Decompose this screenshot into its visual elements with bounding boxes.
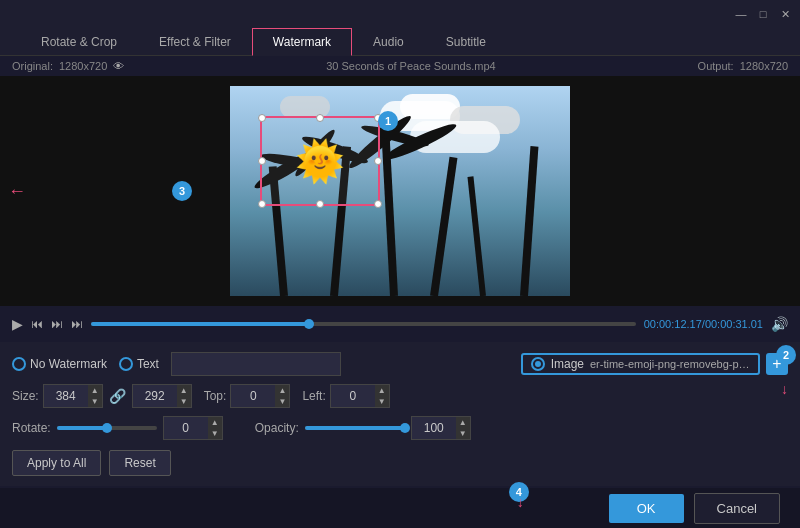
- resize-handle-tl[interactable]: [258, 114, 266, 122]
- timeline-bar[interactable]: [91, 322, 636, 326]
- info-bar: Original: 1280x720 👁 30 Seconds of Peace…: [0, 56, 800, 76]
- volume-icon[interactable]: 🔊: [771, 316, 788, 332]
- arrow-down-2: ↓: [781, 381, 788, 397]
- image-radio[interactable]: [531, 357, 545, 371]
- rotate-slider-thumb[interactable]: [102, 423, 112, 433]
- preview-area: ←: [0, 76, 800, 306]
- maximize-button[interactable]: □: [756, 7, 770, 21]
- opacity-group: Opacity: ▲ ▼: [255, 416, 471, 440]
- left-label: Left:: [302, 389, 325, 403]
- tab-audio[interactable]: Audio: [352, 28, 425, 56]
- top-input-wrap: ▲ ▼: [230, 384, 290, 408]
- rotate-input-wrap: ▲ ▼: [163, 416, 223, 440]
- rotate-down-btn[interactable]: ▼: [208, 428, 222, 439]
- opacity-up-btn[interactable]: ▲: [456, 417, 470, 428]
- play-button[interactable]: ▶: [12, 316, 23, 332]
- rotate-input[interactable]: [164, 417, 208, 439]
- original-size: 1280x720: [59, 60, 107, 72]
- size-label: Size:: [12, 389, 39, 403]
- resize-handle-br[interactable]: [374, 200, 382, 208]
- size-w-up-btn[interactable]: ▲: [88, 385, 102, 396]
- left-input[interactable]: [331, 385, 375, 407]
- top-label: Top:: [204, 389, 227, 403]
- timeline-progress: [91, 322, 309, 326]
- image-label: Image: [551, 357, 584, 371]
- opacity-down-btn[interactable]: ▼: [456, 428, 470, 439]
- output-label: Output:: [698, 60, 734, 72]
- next-button[interactable]: ⏭: [71, 317, 83, 331]
- resize-handle-ml[interactable]: [258, 157, 266, 165]
- arrow-down-4: ↓: [517, 494, 524, 510]
- text-input[interactable]: [171, 352, 341, 376]
- size-height-input[interactable]: [133, 385, 177, 407]
- no-watermark-radio[interactable]: [12, 357, 26, 371]
- opacity-label: Opacity:: [255, 421, 299, 435]
- tab-watermark[interactable]: Watermark: [252, 28, 352, 56]
- size-h-up-btn[interactable]: ▲: [177, 385, 191, 396]
- opacity-slider[interactable]: [305, 426, 405, 430]
- timeline-time: 00:00:12.17/00:00:31.01: [644, 318, 763, 330]
- size-height-input-wrap: ▲ ▼: [132, 384, 192, 408]
- resize-handle-bl[interactable]: [258, 200, 266, 208]
- opacity-input[interactable]: [412, 417, 456, 439]
- top-down-btn[interactable]: ▼: [275, 396, 289, 407]
- size-width-input-wrap: ▲ ▼: [43, 384, 103, 408]
- no-watermark-option[interactable]: No Watermark: [12, 357, 107, 371]
- size-width-input[interactable]: [44, 385, 88, 407]
- left-up-btn[interactable]: ▲: [375, 385, 389, 396]
- top-up-btn[interactable]: ▲: [275, 385, 289, 396]
- timeline-thumb[interactable]: [304, 319, 314, 329]
- top-group: Top: ▲ ▼: [204, 384, 291, 408]
- watermark-emoji: 🌞: [295, 138, 345, 185]
- text-radio[interactable]: [119, 357, 133, 371]
- rotate-group: Rotate: ▲ ▼: [12, 416, 223, 440]
- apply-to-all-button[interactable]: Apply to All: [12, 450, 101, 476]
- timeline: ▶ ⏮ ⏭ ⏭ 00:00:12.17/00:00:31.01 🔊: [0, 306, 800, 342]
- tab-effect-filter[interactable]: Effect & Filter: [138, 28, 252, 56]
- rewind-button[interactable]: ⏮: [31, 317, 43, 331]
- opacity-slider-thumb[interactable]: [400, 423, 410, 433]
- watermark-type-row: No Watermark Text 2 ↓ Image er-time-emoj…: [12, 352, 788, 376]
- close-button[interactable]: ✕: [778, 7, 792, 21]
- controls-panel: No Watermark Text 2 ↓ Image er-time-emoj…: [0, 342, 800, 486]
- footer: 4 ↓ OK Cancel: [0, 488, 800, 528]
- link-icon[interactable]: 🔗: [109, 388, 126, 404]
- eye-icon[interactable]: 👁: [113, 60, 124, 72]
- left-input-wrap: ▲ ▼: [330, 384, 390, 408]
- left-group: Left: ▲ ▼: [302, 384, 389, 408]
- ok-button[interactable]: OK: [609, 494, 684, 523]
- opacity-input-wrap: ▲ ▼: [411, 416, 471, 440]
- output-size: 1280x720: [740, 60, 788, 72]
- size-group: Size: ▲ ▼ 🔗 ▲ ▼: [12, 384, 192, 408]
- badge-2: 2: [776, 345, 796, 365]
- filename: 30 Seconds of Peace Sounds.mp4: [326, 60, 495, 72]
- text-label: Text: [137, 357, 159, 371]
- rotate-up-btn[interactable]: ▲: [208, 417, 222, 428]
- resize-handle-tm[interactable]: [316, 114, 324, 122]
- text-option[interactable]: Text: [119, 357, 159, 371]
- no-watermark-label: No Watermark: [30, 357, 107, 371]
- watermark-selection-box[interactable]: 🌞: [260, 116, 380, 206]
- size-h-down-btn[interactable]: ▼: [177, 396, 191, 407]
- video-frame: 🌞 1: [230, 86, 570, 296]
- left-down-btn[interactable]: ▼: [375, 396, 389, 407]
- badge-1: 1: [378, 111, 398, 131]
- badge-3: 3: [172, 181, 192, 201]
- cancel-button[interactable]: Cancel: [694, 493, 780, 524]
- rotate-slider[interactable]: [57, 426, 157, 430]
- reset-button[interactable]: Reset: [109, 450, 170, 476]
- resize-handle-mr[interactable]: [374, 157, 382, 165]
- top-input[interactable]: [231, 385, 275, 407]
- tab-subtitle[interactable]: Subtitle: [425, 28, 507, 56]
- size-w-down-btn[interactable]: ▼: [88, 396, 102, 407]
- minimize-button[interactable]: —: [734, 7, 748, 21]
- resize-handle-bm[interactable]: [316, 200, 324, 208]
- original-label: Original:: [12, 60, 53, 72]
- titlebar: — □ ✕: [0, 0, 800, 28]
- image-filename: er-time-emoji-png-removebg-preview.png: [590, 358, 750, 370]
- image-option[interactable]: Image er-time-emoji-png-removebg-preview…: [521, 353, 760, 375]
- action-btn-row: Apply to All Reset: [12, 450, 788, 476]
- arrow-left-indicator: ←: [8, 181, 26, 202]
- tab-rotate-crop[interactable]: Rotate & Crop: [20, 28, 138, 56]
- prev-frame-button[interactable]: ⏭: [51, 317, 63, 331]
